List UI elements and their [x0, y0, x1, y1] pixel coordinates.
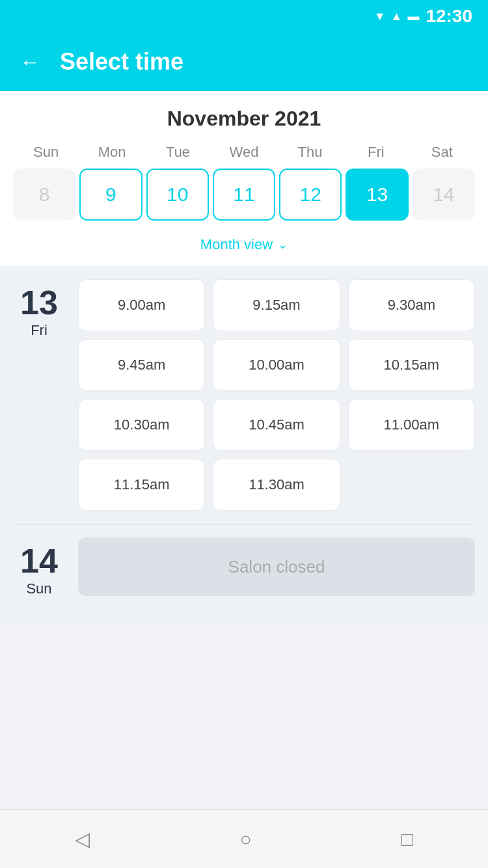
timeslot-1015am[interactable]: 10.15am: [348, 339, 475, 391]
timeslot-930am[interactable]: 9.30am: [348, 279, 475, 331]
date-14: 14: [413, 169, 475, 221]
weekday-sun: Sun: [13, 144, 79, 161]
timeslot-900am[interactable]: 9.00am: [78, 279, 205, 331]
nav-home-button[interactable]: ○: [239, 828, 251, 850]
weekday-row: Sun Mon Tue Wed Thu Fri Sat: [13, 144, 475, 161]
calendar-section: November 2021 Sun Mon Tue Wed Thu Fri Sa…: [0, 91, 488, 266]
day-divider: [13, 524, 475, 524]
date-12[interactable]: 12: [279, 169, 342, 221]
weekday-mon: Mon: [79, 144, 144, 161]
timeslot-1130am[interactable]: 11.30am: [213, 459, 340, 511]
day-14-label: 14 Sun: [13, 537, 65, 597]
bottom-nav: ◁ ○ □: [0, 809, 488, 868]
timeslot-945am[interactable]: 9.45am: [78, 339, 205, 391]
date-8: 8: [13, 169, 75, 221]
nav-recent-button[interactable]: □: [401, 828, 413, 850]
timeslot-915am[interactable]: 9.15am: [213, 279, 340, 331]
date-9[interactable]: 9: [79, 169, 142, 221]
wifi-icon: ▼: [374, 10, 386, 23]
weekday-fri: Fri: [343, 144, 409, 161]
status-icons: ▼ ▲ ▬: [374, 10, 420, 23]
timeslot-1115am[interactable]: 11.15am: [78, 459, 205, 511]
day-13-block: 13 Fri 9.00am 9.15am 9.30am 9.45am 10.00…: [13, 279, 475, 511]
day-13-label: 13 Fri: [13, 279, 65, 511]
day-14-number: 14: [20, 544, 58, 578]
date-13[interactable]: 13: [346, 169, 408, 221]
day-14-block: 14 Sun Salon closed: [13, 537, 475, 597]
status-bar: ▼ ▲ ▬ 12:30: [0, 0, 488, 33]
timeslots-section: 13 Fri 9.00am 9.15am 9.30am 9.45am 10.00…: [0, 266, 488, 623]
timeslot-1000am[interactable]: 10.00am: [213, 339, 340, 391]
timeslot-1100am[interactable]: 11.00am: [348, 399, 475, 451]
day-13-name: Fri: [31, 322, 47, 339]
page-title: Select time: [60, 48, 183, 75]
weekday-sat: Sat: [409, 144, 475, 161]
status-time: 12:30: [426, 6, 472, 27]
dates-row: 8 9 10 11 12 13 14: [13, 169, 475, 221]
month-title: November 2021: [13, 107, 475, 131]
weekday-thu: Thu: [277, 144, 343, 161]
app-header: ← Select time: [0, 33, 488, 91]
day-14-name: Sun: [26, 580, 51, 597]
salon-closed-message: Salon closed: [78, 537, 475, 596]
chevron-down-icon: ⌄: [278, 237, 288, 252]
back-button[interactable]: ←: [20, 51, 40, 72]
signal-icon: ▲: [391, 10, 403, 23]
weekday-tue: Tue: [145, 144, 211, 161]
timeslot-1045am[interactable]: 10.45am: [213, 399, 340, 451]
day-13-time-grid: 9.00am 9.15am 9.30am 9.45am 10.00am 10.1…: [78, 279, 475, 511]
day-13-number: 13: [20, 286, 58, 319]
weekday-wed: Wed: [211, 144, 277, 161]
timeslot-1030am[interactable]: 10.30am: [78, 399, 205, 451]
battery-icon: ▬: [407, 10, 419, 23]
date-11[interactable]: 11: [213, 169, 275, 221]
month-view-label: Month view: [200, 236, 273, 253]
nav-back-button[interactable]: ◁: [75, 828, 90, 850]
date-10[interactable]: 10: [146, 169, 209, 221]
month-view-button[interactable]: Month view ⌄: [13, 231, 475, 256]
